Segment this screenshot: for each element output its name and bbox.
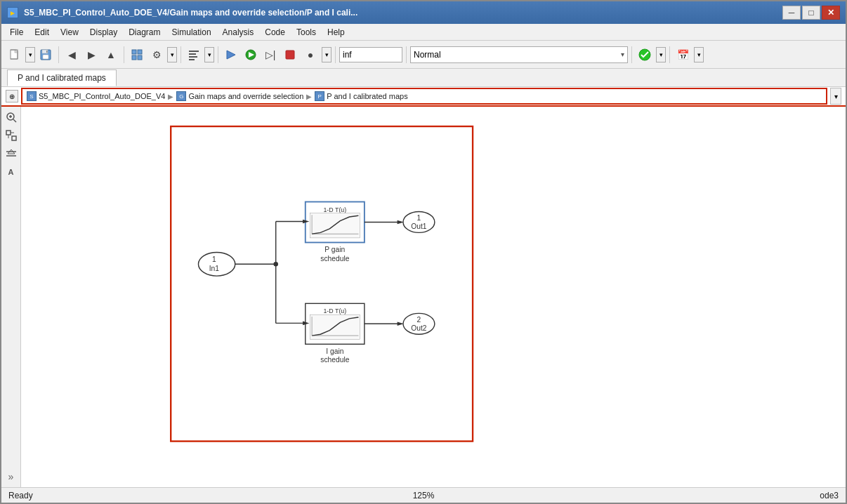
calendar-button[interactable]: 📅 xyxy=(674,46,692,64)
menu-code[interactable]: Code xyxy=(259,26,291,39)
model-grid-button[interactable] xyxy=(128,46,146,64)
breadcrumb-label-2: P and I calibrated maps xyxy=(327,92,407,100)
sidebar-expand-icon: » xyxy=(4,469,19,484)
svg-rect-9 xyxy=(138,55,142,60)
svg-rect-17 xyxy=(286,51,294,59)
diagram-svg: 1 In1 1-D T(u) xyxy=(21,107,846,487)
menu-help[interactable]: Help xyxy=(322,26,350,39)
svg-rect-23 xyxy=(6,131,11,135)
toolbar-sep-7 xyxy=(631,46,632,63)
back-button[interactable]: ◀ xyxy=(63,46,81,64)
save-button[interactable] xyxy=(37,46,55,64)
window-title: S5_MBC_PI_Control_Auto_DOE_V4/Gain maps … xyxy=(24,8,782,18)
format-dropdown-arrow[interactable]: ▾ xyxy=(204,47,214,62)
svg-marker-14 xyxy=(227,51,235,59)
breadcrumb-item-0[interactable]: S S5_MBC_PI_Control_Auto_DOE_V4 xyxy=(27,91,165,101)
svg-text:schedule: schedule xyxy=(320,356,349,364)
up-button[interactable]: ▲ xyxy=(102,46,120,64)
menu-file[interactable]: File xyxy=(4,26,29,39)
svg-text:schedule: schedule xyxy=(320,255,349,263)
step-button[interactable]: ▷| xyxy=(261,46,280,64)
menu-diagram[interactable]: Diagram xyxy=(123,26,166,39)
new-dropdown-arrow[interactable]: ▾ xyxy=(25,47,35,62)
toolbar-sep-6 xyxy=(406,46,407,63)
toolbar-sep-2 xyxy=(124,46,124,63)
breadcrumb-item-2[interactable]: P P and I calibrated maps xyxy=(315,91,407,101)
sim-mode-label: Normal xyxy=(414,50,441,60)
svg-text:I gain: I gain xyxy=(326,347,343,355)
status-solver: ode3 xyxy=(768,491,839,500)
svg-rect-10 xyxy=(189,51,199,52)
tab-p-and-i-calibrated-maps[interactable]: P and I calibrated maps xyxy=(7,69,117,86)
record-dropdown-arrow[interactable]: ▾ xyxy=(322,47,331,62)
settings-button[interactable]: ⚙ xyxy=(147,46,166,64)
svg-text:1: 1 xyxy=(212,256,216,263)
menu-tools[interactable]: Tools xyxy=(291,26,322,39)
zoom-fit-button[interactable] xyxy=(4,128,19,143)
status-dropdown-arrow[interactable]: ▾ xyxy=(656,47,666,62)
toolbar-sep-8 xyxy=(669,46,670,63)
maximize-button[interactable]: □ xyxy=(802,6,820,20)
text-button[interactable]: A xyxy=(4,164,19,180)
breadcrumb-icon-1: G xyxy=(176,91,186,101)
breadcrumb-icon-0: S xyxy=(27,91,37,101)
toolbar-left-group: ▾ xyxy=(6,46,55,64)
sidebar-bottom: » xyxy=(4,469,19,484)
svg-rect-8 xyxy=(132,55,136,60)
menu-display[interactable]: Display xyxy=(84,26,123,39)
toolbar-nav-group: ◀ ▶ ▲ xyxy=(63,46,120,64)
svg-text:Out2: Out2 xyxy=(411,324,427,332)
svg-text:Out1: Out1 xyxy=(411,223,427,230)
toolbar-sep-1 xyxy=(58,46,59,63)
forward-button[interactable]: ▶ xyxy=(82,46,100,64)
zoom-in-button[interactable] xyxy=(4,110,19,125)
toolbar-sep-5 xyxy=(335,46,336,63)
format-button[interactable] xyxy=(185,46,203,64)
breadcrumb-item-1[interactable]: G Gain maps and override selection xyxy=(176,91,303,101)
breadcrumb-dropdown-arrow[interactable]: ▾ xyxy=(830,88,841,105)
app-icon: ► xyxy=(7,7,18,18)
window-controls: ─ □ ✕ xyxy=(782,6,840,20)
status-zoom: 125% xyxy=(79,491,768,500)
svg-rect-13 xyxy=(189,59,195,60)
svg-rect-7 xyxy=(138,50,142,54)
breadcrumb-sep-1: ▶ xyxy=(306,93,312,100)
breadcrumb-collapse-button[interactable]: ⊕ xyxy=(6,90,18,102)
svg-text:In1: In1 xyxy=(209,265,220,272)
toolbar-sep-4 xyxy=(218,46,218,63)
menu-simulation[interactable]: Simulation xyxy=(166,26,217,39)
statusbar: Ready 125% ode3 xyxy=(1,487,846,503)
toolbar-sep-3 xyxy=(180,46,181,63)
breadcrumb-bar: ⊕ S S5_MBC_PI_Control_Auto_DOE_V4 ▶ G Ga… xyxy=(1,87,846,107)
play-button[interactable] xyxy=(242,46,260,64)
svg-rect-0 xyxy=(11,50,18,59)
close-button[interactable]: ✕ xyxy=(822,6,840,20)
menu-view[interactable]: View xyxy=(55,26,84,39)
record-button[interactable]: ● xyxy=(301,46,320,64)
menu-analysis[interactable]: Analysis xyxy=(217,26,260,39)
status-check-button[interactable] xyxy=(636,46,654,64)
sidebar-left: A » xyxy=(1,107,21,487)
toolbar-format-group: ▾ xyxy=(185,46,214,64)
breadcrumb-label-1: Gain maps and override selection xyxy=(188,92,303,100)
sim-mode-dropdown[interactable]: Normal ▾ xyxy=(410,46,628,63)
status-text: Ready xyxy=(8,491,79,500)
svg-text:1-D T(u): 1-D T(u) xyxy=(323,206,346,213)
minimize-button[interactable]: ─ xyxy=(782,6,801,20)
layout-button[interactable] xyxy=(4,146,19,161)
calendar-dropdown-arrow[interactable]: ▾ xyxy=(694,47,704,62)
menu-edit[interactable]: Edit xyxy=(29,26,55,39)
new-button[interactable] xyxy=(6,46,24,64)
svg-rect-30 xyxy=(171,126,473,442)
settings-dropdown-arrow[interactable]: ▾ xyxy=(167,47,177,62)
svg-text:P gain: P gain xyxy=(324,246,345,253)
svg-rect-12 xyxy=(189,56,197,58)
stop-button[interactable] xyxy=(281,46,299,64)
edit-mode-button[interactable] xyxy=(222,46,240,64)
breadcrumb-label-0: S5_MBC_PI_Control_Auto_DOE_V4 xyxy=(39,92,165,100)
main-canvas[interactable]: 1 In1 1-D T(u) xyxy=(21,107,846,487)
breadcrumb-sep-0: ▶ xyxy=(168,93,173,100)
tabs-bar: P and I calibrated maps xyxy=(1,69,846,87)
sim-time-input[interactable] xyxy=(339,47,402,62)
svg-text:2: 2 xyxy=(417,316,421,324)
